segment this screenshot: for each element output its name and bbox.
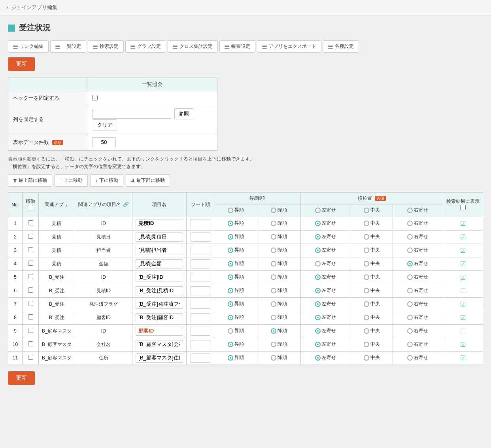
center-radio-label[interactable]: 中央: [364, 314, 380, 321]
desc-radio-label[interactable]: 降順: [271, 287, 287, 294]
move-checkbox[interactable]: [28, 247, 33, 252]
sort-input[interactable]: [191, 233, 210, 242]
right-radio-label[interactable]: 右寄せ: [407, 354, 428, 361]
right-radio-label[interactable]: 右寄せ: [407, 274, 428, 280]
item-name-input[interactable]: [136, 353, 183, 363]
left-radio-label[interactable]: 左寄せ: [315, 247, 336, 253]
form-settings-button[interactable]: 帳票設定: [219, 40, 255, 53]
move-top-button[interactable]: ⇈ 最上部に移動: [8, 174, 52, 187]
desc-radio-label[interactable]: 降順: [271, 327, 287, 334]
move-checkbox[interactable]: [28, 220, 33, 225]
export-app-button[interactable]: アプリをエクスポート: [257, 40, 321, 53]
move-checkbox[interactable]: [28, 341, 33, 346]
asc-radio-label[interactable]: 昇順: [228, 327, 244, 334]
asc-radio-label[interactable]: 昇順: [228, 354, 244, 361]
left-radio-label[interactable]: 左寄せ: [315, 327, 336, 334]
desc-radio-label[interactable]: 降順: [271, 260, 287, 267]
top-update-button[interactable]: 更新: [8, 57, 35, 71]
right-radio-label[interactable]: 右寄せ: [407, 260, 428, 267]
center-radio-label[interactable]: 中央: [364, 260, 380, 267]
left-radio-label[interactable]: 左寄せ: [315, 233, 336, 240]
move-header-checkbox[interactable]: [28, 205, 33, 210]
move-up-button[interactable]: ↑ 上に移動: [55, 174, 88, 187]
link-edit-button[interactable]: リンク編集: [8, 40, 49, 53]
fix-col-input[interactable]: [92, 109, 171, 119]
right-radio-label[interactable]: 右寄せ: [407, 287, 428, 294]
item-name-input[interactable]: [136, 233, 183, 242]
various-settings-button[interactable]: 各種設定: [323, 40, 359, 53]
asc-radio-label[interactable]: 昇順: [228, 341, 244, 348]
sort-input[interactable]: [191, 353, 210, 363]
desc-radio-label[interactable]: 降順: [271, 247, 287, 253]
header-desc-label[interactable]: 降順: [271, 207, 287, 214]
cross-settings-button[interactable]: クロス集計設定: [168, 40, 218, 53]
item-name-input[interactable]: [136, 300, 183, 309]
sort-input[interactable]: [191, 340, 210, 349]
move-checkbox[interactable]: [28, 314, 33, 319]
right-radio-label[interactable]: 右寄せ: [407, 301, 428, 307]
right-radio-label[interactable]: 右寄せ: [407, 233, 428, 240]
browse-button[interactable]: 参照: [174, 108, 193, 119]
center-radio-label[interactable]: 中央: [364, 233, 380, 240]
sort-input[interactable]: [191, 313, 210, 322]
move-checkbox[interactable]: [28, 355, 33, 360]
graph-settings-button[interactable]: グラフ設定: [125, 40, 166, 53]
move-checkbox[interactable]: [28, 287, 33, 293]
display-count-input[interactable]: [92, 137, 116, 147]
asc-radio-label[interactable]: 昇順: [228, 287, 244, 294]
move-checkbox[interactable]: [28, 261, 33, 266]
move-down-button[interactable]: ↓ 下に移動: [90, 174, 123, 187]
left-radio-label[interactable]: 左寄せ: [315, 341, 336, 348]
item-name-input[interactable]: [136, 246, 183, 255]
center-radio-label[interactable]: 中央: [364, 287, 380, 294]
left-radio-label[interactable]: 左寄せ: [315, 314, 336, 321]
header-asc-label[interactable]: 昇順: [228, 207, 244, 214]
item-name-input[interactable]: [136, 219, 183, 228]
left-radio-label[interactable]: 左寄せ: [315, 274, 336, 280]
sort-input[interactable]: [191, 300, 210, 309]
desc-radio-label[interactable]: 降順: [271, 301, 287, 307]
center-radio-label[interactable]: 中央: [364, 274, 380, 280]
right-radio-label[interactable]: 右寄せ: [407, 247, 428, 253]
desc-radio-label[interactable]: 降順: [271, 341, 287, 348]
asc-radio-label[interactable]: 昇順: [228, 233, 244, 240]
search-header-checkbox[interactable]: [460, 205, 466, 210]
desc-radio-label[interactable]: 降順: [271, 314, 287, 321]
fix-header-checkbox[interactable]: [92, 95, 98, 100]
sort-input[interactable]: [191, 273, 210, 282]
asc-radio-label[interactable]: 昇順: [228, 260, 244, 267]
left-radio-label[interactable]: 左寄せ: [315, 220, 336, 227]
left-radio-label[interactable]: 左寄せ: [315, 260, 336, 267]
header-right-label[interactable]: 右寄せ: [407, 207, 428, 214]
sort-input[interactable]: [191, 327, 210, 336]
search-settings-button[interactable]: 検索設定: [88, 40, 124, 53]
move-checkbox[interactable]: [28, 328, 33, 333]
right-radio-label[interactable]: 右寄せ: [407, 220, 428, 227]
center-radio-label[interactable]: 中央: [364, 247, 380, 253]
item-name-input[interactable]: [136, 340, 183, 349]
right-radio-label[interactable]: 右寄せ: [407, 327, 428, 334]
left-radio-label[interactable]: 左寄せ: [315, 301, 336, 307]
center-radio-label[interactable]: 中央: [364, 354, 380, 361]
move-bottom-button[interactable]: ⇊ 最下部に移動: [126, 174, 170, 187]
right-radio-label[interactable]: 右寄せ: [407, 314, 428, 321]
asc-radio-label[interactable]: 昇順: [228, 314, 244, 321]
center-radio-label[interactable]: 中央: [364, 301, 380, 307]
desc-radio-label[interactable]: 降順: [271, 220, 287, 227]
asc-radio-label[interactable]: 昇順: [228, 301, 244, 307]
desc-radio-label[interactable]: 降順: [271, 274, 287, 280]
center-radio-label[interactable]: 中央: [364, 341, 380, 348]
sort-input[interactable]: [191, 259, 210, 268]
center-radio-label[interactable]: 中央: [364, 327, 380, 334]
item-name-input[interactable]: [136, 313, 183, 322]
item-name-input[interactable]: [136, 273, 183, 282]
left-radio-label[interactable]: 左寄せ: [315, 287, 336, 294]
center-radio-label[interactable]: 中央: [364, 220, 380, 227]
desc-radio-label[interactable]: 降順: [271, 354, 287, 361]
header-center-label[interactable]: 中央: [364, 207, 380, 214]
asc-radio-label[interactable]: 昇順: [228, 247, 244, 253]
item-name-input[interactable]: [136, 259, 183, 268]
list-settings-button[interactable]: 一覧設定: [50, 40, 86, 53]
sort-input[interactable]: [191, 219, 210, 228]
sort-input[interactable]: [191, 286, 210, 295]
